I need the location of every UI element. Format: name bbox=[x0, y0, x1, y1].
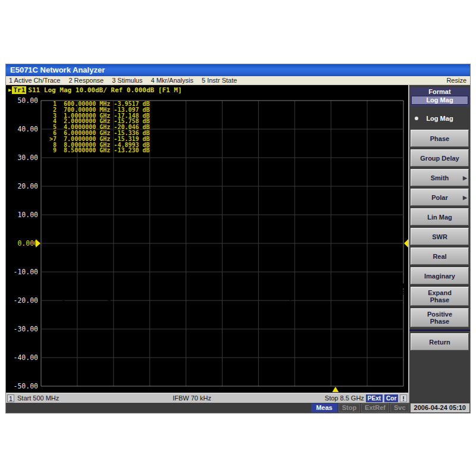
stimulus-marker bbox=[400, 387, 407, 392]
y-axis-label: -50.00 bbox=[13, 382, 38, 390]
softkey-label: Positive Phase bbox=[427, 311, 452, 325]
trace-number-badge: Tr1 bbox=[12, 86, 26, 94]
softkey-label: Imaginary bbox=[424, 273, 455, 280]
y-axis-label: 50.00 bbox=[17, 96, 38, 105]
plot-area[interactable]: 50.0040.0030.0020.0010.000.000-10.00-20.… bbox=[6, 95, 408, 392]
marker-symbol bbox=[378, 259, 384, 265]
menu-item-response[interactable]: 2 Response bbox=[68, 77, 104, 84]
instrument-screen: ▶Tr1S11 Log Mag 10.00dB/ Ref 0.000dB [F1… bbox=[6, 85, 408, 403]
softkey-button-group-delay[interactable]: Group Delay bbox=[411, 149, 469, 167]
ref-level-arrow-right bbox=[404, 239, 408, 248]
softkey-current-value: Log Mag bbox=[411, 96, 468, 105]
trace-info-bar: ▶Tr1S11 Log Mag 10.00dB/ Ref 0.000dB [F1… bbox=[6, 85, 408, 95]
marker-symbol bbox=[196, 302, 202, 308]
marker-number: 3 bbox=[62, 300, 65, 306]
softkey-separator bbox=[409, 330, 470, 331]
channel-number-box: 1 bbox=[7, 394, 14, 402]
softkey-button-expand-phase[interactable]: Expand Phase bbox=[411, 287, 469, 306]
menu-item-active-ch-trace[interactable]: 1 Active Ch/Trace bbox=[9, 77, 60, 84]
softkey-button-phase[interactable]: Phase bbox=[411, 130, 469, 147]
softkey-button-positive-phase[interactable]: Positive Phase bbox=[411, 308, 469, 327]
softkey-label: Lin Mag bbox=[427, 214, 452, 221]
softkey-button-real[interactable]: Real bbox=[411, 248, 469, 265]
resize-button[interactable]: Resize bbox=[446, 77, 466, 84]
instrument-status-bar: Meas Stop ExtRef Svc 2006-04-24 05:10 bbox=[6, 403, 470, 413]
stimulus-marker bbox=[377, 387, 384, 392]
window-title: E5071C Network Analyzer bbox=[10, 65, 105, 74]
marker-symbol bbox=[106, 290, 112, 296]
softkey-button-log-mag[interactable]: Log Mag bbox=[409, 109, 470, 127]
cor-badge: Cor bbox=[384, 394, 398, 402]
softkey-header: Format Log Mag bbox=[410, 87, 469, 107]
extref-status-badge: ExtRef bbox=[361, 403, 389, 412]
marker-number: 9 bbox=[402, 289, 405, 296]
y-axis-label: -20.00 bbox=[13, 296, 38, 305]
marker-number: 4 bbox=[107, 296, 111, 303]
title-bar[interactable]: E5071C Network Analyzer bbox=[6, 64, 470, 76]
softkey-label: Real bbox=[433, 253, 446, 260]
stop-frequency-label: Stop 8.5 GHz bbox=[325, 394, 364, 402]
marker-symbol bbox=[43, 256, 49, 262]
marker-number: 7 bbox=[334, 273, 337, 280]
submenu-arrow-icon: ▶ bbox=[463, 194, 467, 201]
softkey-label: Log Mag bbox=[426, 115, 453, 122]
marker-number: 2 bbox=[48, 289, 52, 295]
marker-symbol bbox=[47, 283, 53, 288]
ifbw-label: IFBW 70 kHz bbox=[59, 394, 325, 402]
channel-status-bar: 1 Start 500 MHz IFBW 70 kHz Stop 8.5 GHz… bbox=[6, 393, 408, 403]
main-area: ▶Tr1S11 Log Mag 10.00dB/ Ref 0.000dB [F1… bbox=[6, 85, 470, 403]
softkey-label: Polar bbox=[431, 194, 448, 201]
menu-bar: 1 Active Ch/Trace2 Response3 Stimulus4 M… bbox=[6, 76, 470, 85]
softkey-button-polar[interactable]: Polar▶ bbox=[411, 189, 469, 206]
analyzer-window: E5071C Network Analyzer 1 Active Ch/Trac… bbox=[6, 64, 470, 413]
softkey-button-imaginary[interactable]: Imaginary bbox=[411, 267, 469, 284]
marker-table: 1 600.00000 MHz -3.9517 dB 2 700.00000 M… bbox=[49, 101, 150, 154]
y-axis-label: -10.00 bbox=[13, 268, 38, 276]
softkey-label: Return bbox=[429, 339, 450, 346]
softkey-button-smith[interactable]: Smith▶ bbox=[411, 169, 469, 186]
trace-settings-text: S11 Log Mag 10.00dB/ Ref 0.000dB [F1 M] bbox=[28, 86, 181, 94]
y-axis-label: -40.00 bbox=[13, 353, 38, 362]
marker-symbol bbox=[400, 283, 406, 289]
meas-status-badge: Meas bbox=[311, 403, 337, 412]
softkey-button-swr[interactable]: SWR bbox=[411, 228, 469, 245]
marker-number: 5 bbox=[198, 308, 201, 315]
softkey-label: SWR bbox=[432, 233, 447, 240]
marker-number: 6 bbox=[289, 295, 292, 302]
softkey-menu-title: Format bbox=[411, 88, 468, 95]
softkey-label: Phase bbox=[430, 135, 449, 142]
marker-table-row: 9 8.5000000 GHz -13.230 dB bbox=[49, 148, 150, 154]
softkey-buttons: Log MagPhaseGroup DelaySmith▶Polar▶Lin M… bbox=[409, 109, 470, 350]
y-axis-label: 0.000 bbox=[17, 239, 38, 248]
datetime-display: 2006-04-24 05:10 bbox=[411, 403, 469, 412]
stop-status-badge: Stop bbox=[339, 403, 360, 412]
selected-bullet-icon bbox=[415, 117, 418, 120]
y-axis-label: 20.00 bbox=[17, 182, 38, 190]
start-frequency-label: Start 500 MHz bbox=[17, 394, 59, 402]
stimulus-marker bbox=[196, 387, 203, 392]
y-axis-label: 10.00 bbox=[17, 211, 38, 219]
stimulus-marker bbox=[106, 387, 112, 392]
marker-number: 8 bbox=[379, 265, 383, 272]
marker-symbol bbox=[287, 289, 293, 295]
stimulus-marker bbox=[61, 387, 67, 392]
marker-number: 1 bbox=[44, 262, 48, 269]
active-trace-arrow-icon: ▶ bbox=[8, 87, 11, 93]
softkey-button-return[interactable]: Return bbox=[411, 333, 469, 350]
y-axis-label: 30.00 bbox=[17, 154, 38, 162]
menu-item-mkr-analysis[interactable]: 4 Mkr/Analysis bbox=[151, 77, 193, 84]
softkey-button-lin-mag[interactable]: Lin Mag bbox=[411, 208, 469, 226]
ref-level-arrow-left bbox=[36, 239, 40, 248]
alert-indicator: ! bbox=[400, 394, 407, 402]
softkey-label: Group Delay bbox=[420, 155, 459, 162]
softkey-label: Smith bbox=[431, 174, 449, 181]
pext-badge: PExt bbox=[366, 394, 383, 402]
stimulus-marker bbox=[287, 387, 293, 392]
stimulus-marker bbox=[332, 387, 339, 392]
menu-item-instr-state[interactable]: 5 Instr State bbox=[202, 77, 237, 84]
menu-item-stimulus[interactable]: 3 Stimulus bbox=[112, 77, 142, 84]
y-axis-label: -30.00 bbox=[13, 325, 38, 333]
marker-symbol-active bbox=[333, 280, 339, 286]
y-axis-label: 40.00 bbox=[17, 125, 38, 133]
svc-status-badge: Svc bbox=[390, 403, 409, 412]
